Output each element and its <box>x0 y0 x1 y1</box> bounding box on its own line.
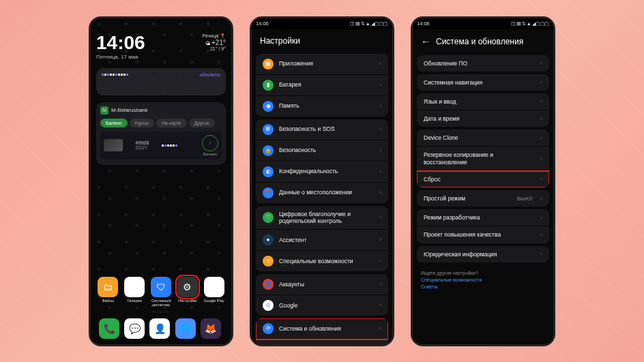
dock-app[interactable]: 📞 <box>99 318 119 339</box>
system-row[interactable]: Сброс› <box>417 171 549 187</box>
app-icon[interactable]: 🗂 <box>98 277 118 297</box>
settings-row[interactable]: ▦Приложения› <box>256 54 388 75</box>
chevron-icon: › <box>379 325 381 331</box>
bank-widget[interactable]: MM-Belarusbank Баланс Курсы На карте Дру… <box>96 102 226 165</box>
settings-row[interactable]: ⛨Безопасность и SOS› <box>256 119 388 140</box>
phone-system-updates: 14:06 ◫ ▤ ⇅ ▲ ◢ ▢▢▢ ← Система и обновлен… <box>411 16 555 346</box>
page-title: Система и обновления <box>436 37 523 46</box>
footer-link[interactable]: Специальные возможности <box>421 277 545 282</box>
chevron-icon: › <box>379 190 381 196</box>
bank-tab[interactable]: Курсы <box>130 119 154 127</box>
app-label: Галерея <box>128 299 142 303</box>
chevron-icon: › <box>379 258 381 264</box>
dock-app[interactable]: 👤 <box>149 318 170 339</box>
row-label: Google <box>279 302 374 309</box>
row-icon: ♡ <box>263 212 274 223</box>
app-label: Файлы <box>102 299 114 303</box>
system-row[interactable]: Язык и ввод› <box>417 93 549 110</box>
location[interactable]: Речица 📍 <box>203 33 226 39</box>
row-label: Безопасность и SOS <box>279 125 374 132</box>
system-row[interactable]: Режим разработчика› <box>417 209 549 226</box>
chevron-icon: › <box>379 103 381 109</box>
bank-logo-icon: M <box>100 106 108 115</box>
chevron-icon: › <box>540 251 542 257</box>
settings-row[interactable]: ●Ассистент› <box>256 230 388 251</box>
settings-row[interactable]: 👤Аккаунты› <box>256 274 388 295</box>
app-Файлы[interactable]: 🗂Файлы <box>96 277 120 307</box>
row-label: Безопасность <box>279 147 374 153</box>
system-row[interactable]: Системная навигация› <box>417 74 549 91</box>
status-bar: 14:06 ◫ ▤ ⇅ ▲ ◢ ▢▢▢ <box>252 18 392 29</box>
row-label: Аккаунты <box>279 281 374 288</box>
dock-app[interactable]: 💬 <box>124 318 145 339</box>
weather-widget[interactable]: 🌤 +21° 21° / 9° <box>205 39 226 51</box>
chevron-icon: › <box>379 147 381 153</box>
balance-button[interactable]: › <box>202 135 218 151</box>
system-row[interactable]: Device Clone› <box>417 130 549 147</box>
settings-row[interactable]: GGoogle› <box>256 295 388 316</box>
app-Настройки[interactable]: ⚙Настройки <box>175 277 199 307</box>
chevron-icon: › <box>540 60 542 66</box>
phone-settings: 14:06 ◫ ▤ ⇅ ▲ ◢ ▢▢▢ Настройки ▦Приложени… <box>250 16 394 346</box>
row-label: Цифровое благополучие и родительский кон… <box>279 211 374 224</box>
system-row[interactable]: Проект повышения качества› <box>417 226 549 243</box>
settings-row[interactable]: ⓘО телефоне› <box>256 340 388 344</box>
app-icon[interactable]: 🖼 <box>124 277 145 297</box>
row-label: Системная навигация <box>424 79 535 86</box>
row-icon: G <box>263 300 274 311</box>
bank-tab[interactable]: Баланс <box>100 119 128 127</box>
app-Google Play[interactable]: ▶Google Play <box>202 277 226 307</box>
bank-tab[interactable]: Другое <box>189 119 215 127</box>
settings-row[interactable]: ◐Конфиденциальность› <box>256 162 388 183</box>
system-row[interactable]: Резервное копирование и восстановление› <box>417 147 549 170</box>
settings-row[interactable]: ◉Память› <box>256 96 388 117</box>
app-Системный диспетчер[interactable]: 🛡Системный диспетчер <box>149 277 173 307</box>
page-header: ← Система и обновления <box>413 29 553 52</box>
chevron-icon: › <box>540 215 542 221</box>
chevron-icon: › <box>379 61 381 67</box>
app-icon[interactable]: ▶ <box>204 277 224 297</box>
chevron-icon: › <box>540 232 542 238</box>
app-label: Системный диспетчер <box>149 299 173 307</box>
widget-update-link[interactable]: обновить <box>200 72 220 77</box>
app-Галерея[interactable]: 🖼Галерея <box>123 277 147 307</box>
system-row[interactable]: Юридическая информация› <box>417 246 549 262</box>
settings-row[interactable]: ♡Цифровое благополучие и родительский ко… <box>256 206 388 230</box>
bank-tab[interactable]: На карте <box>156 119 187 127</box>
app-icon[interactable]: 🛡 <box>151 277 171 297</box>
widget-generic[interactable]: обновить <box>96 68 226 95</box>
row-label: Система и обновления <box>279 325 374 332</box>
back-button[interactable]: ← <box>421 36 430 47</box>
dock-app[interactable]: 🌐 <box>175 318 196 339</box>
chevron-icon: › <box>540 79 542 85</box>
chevron-icon: › <box>540 196 542 202</box>
row-label: Дата и время <box>424 115 535 122</box>
settings-row[interactable]: ▮Батарея› <box>256 75 388 96</box>
row-label: Проект повышения качества <box>424 231 535 238</box>
row-label: Специальные возможности <box>279 258 374 265</box>
chevron-icon: › <box>379 214 381 220</box>
settings-row[interactable]: 📍Данные о местоположении› <box>256 183 388 203</box>
row-icon: ▮ <box>263 80 274 91</box>
row-label: Резервное копирование и восстановление <box>424 151 535 165</box>
system-row[interactable]: Простой режимВЫКЛ› <box>417 190 549 207</box>
settings-row[interactable]: ⟳Система и обновления› <box>256 318 388 340</box>
settings-row[interactable]: ☆Специальные возможности› <box>256 251 388 271</box>
dock-app[interactable]: 🦊 <box>201 318 221 339</box>
footer-link[interactable]: Советы <box>421 284 545 289</box>
row-icon: 📍 <box>263 187 274 198</box>
system-row[interactable]: Дата и время› <box>417 110 549 127</box>
row-icon: ◉ <box>263 101 274 112</box>
chevron-icon: › <box>540 135 542 141</box>
clock: 14:06 <box>96 33 145 52</box>
settings-row[interactable]: 🔒Безопасность› <box>256 140 388 162</box>
card-image <box>104 139 123 151</box>
row-value: ВЫКЛ <box>517 196 532 202</box>
app-icon[interactable]: ⚙ <box>177 277 198 297</box>
app-label: Google Play <box>204 299 224 303</box>
row-icon: ☆ <box>263 256 274 267</box>
row-label: Приложения <box>279 60 374 67</box>
bank-tabs: Баланс Курсы На карте Другое <box>100 119 222 127</box>
system-row[interactable]: Обновление ПО› <box>417 55 549 72</box>
row-label: Ассистент <box>279 237 374 243</box>
